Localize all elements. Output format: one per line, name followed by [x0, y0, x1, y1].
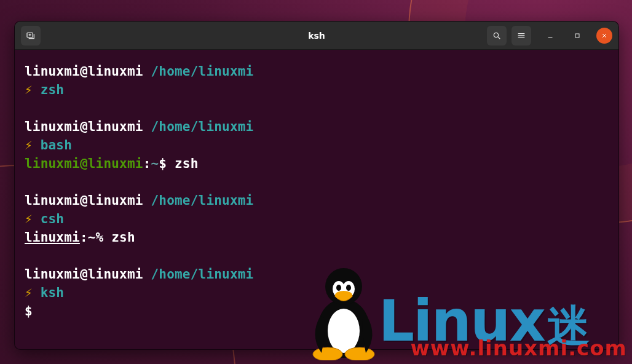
window-titlebar[interactable]: ksh [15, 22, 618, 50]
svg-point-1 [494, 33, 498, 37]
minimize-icon [547, 32, 554, 39]
bolt-icon: ⚡ [25, 138, 33, 152]
terminal-body[interactable]: linuxmi@linuxmi /home/linuxmi ⚡ zsh linu… [15, 50, 618, 326]
typed-command: zsh [175, 156, 199, 171]
typed-command: bash [41, 138, 72, 152]
search-icon [492, 31, 502, 41]
bolt-icon: ⚡ [25, 82, 33, 97]
typed-command: csh [41, 212, 65, 226]
bolt-icon: ⚡ [25, 285, 33, 300]
ksh-prompt-symbol: $ [25, 304, 41, 318]
close-icon [601, 32, 608, 39]
new-tab-icon [26, 31, 36, 41]
bolt-icon: ⚡ [25, 212, 33, 226]
terminal-window: ksh linuxmi@linuxmi /home/linuxmi ⚡ zsh … [14, 21, 619, 350]
bash-prompt-tilde: ~ [151, 156, 159, 171]
csh-prompt-tail: :~% [80, 230, 111, 245]
prompt-path: /home/linuxmi [151, 64, 254, 79]
maximize-icon [574, 32, 581, 39]
search-button[interactable] [487, 26, 507, 46]
prompt-userhost: linuxmi@linuxmi [25, 193, 143, 208]
prompt-path: /home/linuxmi [151, 193, 254, 208]
typed-command: zsh [41, 82, 65, 97]
bash-prompt-sep: : [143, 156, 151, 171]
bash-prompt-symbol: $ [159, 156, 175, 171]
maximize-button[interactable] [569, 28, 585, 44]
close-button[interactable] [596, 28, 612, 44]
hamburger-icon [516, 31, 526, 41]
prompt-userhost: linuxmi@linuxmi [25, 64, 143, 79]
csh-prompt-host: linuxmi [25, 230, 80, 245]
bash-prompt-userhost: linuxmi@linuxmi [25, 156, 143, 171]
prompt-path: /home/linuxmi [151, 119, 254, 134]
menu-button[interactable] [512, 26, 531, 46]
prompt-userhost: linuxmi@linuxmi [25, 119, 143, 134]
typed-command: ksh [41, 285, 65, 300]
window-title: ksh [308, 31, 325, 41]
svg-rect-2 [575, 34, 579, 38]
typed-command: zsh [111, 230, 135, 245]
prompt-userhost: linuxmi@linuxmi [25, 267, 143, 282]
prompt-path: /home/linuxmi [151, 267, 254, 282]
minimize-button[interactable] [542, 28, 558, 44]
new-tab-button[interactable] [21, 26, 41, 46]
